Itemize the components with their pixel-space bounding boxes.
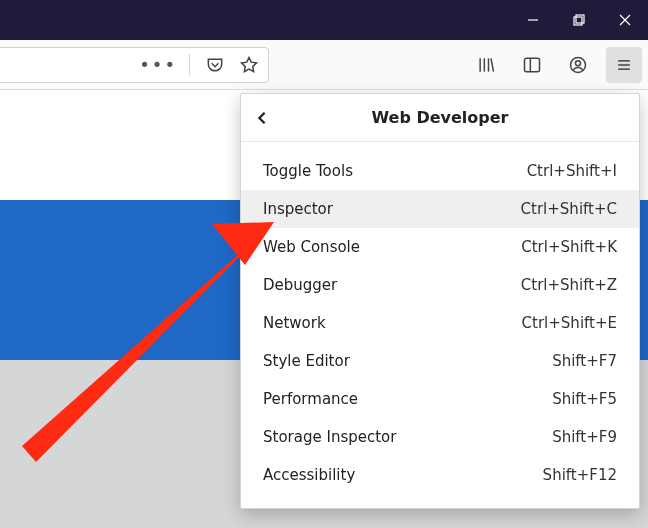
page-actions-icon[interactable]: ••• [139, 56, 177, 74]
menu-item-toggle-tools[interactable]: Toggle ToolsCtrl+Shift+I [241, 152, 639, 190]
menu-item-label: Accessibility [263, 466, 355, 484]
menu-item-shortcut: Ctrl+Shift+E [522, 314, 617, 332]
menu-items-list: Toggle ToolsCtrl+Shift+IInspectorCtrl+Sh… [241, 142, 639, 508]
menu-item-shortcut: Shift+F5 [552, 390, 617, 408]
menu-item-web-console[interactable]: Web ConsoleCtrl+Shift+K [241, 228, 639, 266]
menu-item-label: Style Editor [263, 352, 350, 370]
menu-item-shortcut: Shift+F7 [552, 352, 617, 370]
menu-item-label: Network [263, 314, 326, 332]
separator [189, 54, 190, 76]
menu-item-shortcut: Ctrl+Shift+I [527, 162, 617, 180]
browser-toolbar: ••• [0, 40, 648, 90]
svg-line-8 [491, 58, 494, 71]
minimize-button[interactable] [510, 0, 556, 40]
menu-item-label: Web Console [263, 238, 360, 256]
menu-item-label: Toggle Tools [263, 162, 353, 180]
menu-item-performance[interactable]: PerformanceShift+F5 [241, 380, 639, 418]
pocket-icon[interactable] [204, 54, 226, 76]
menu-item-debugger[interactable]: DebuggerCtrl+Shift+Z [241, 266, 639, 304]
menu-title: Web Developer [283, 108, 597, 127]
maximize-button[interactable] [556, 0, 602, 40]
sidebars-button[interactable] [514, 47, 550, 83]
menu-item-network[interactable]: NetworkCtrl+Shift+E [241, 304, 639, 342]
menu-item-style-editor[interactable]: Style EditorShift+F7 [241, 342, 639, 380]
app-menu-button[interactable] [606, 47, 642, 83]
menu-item-shortcut: Shift+F9 [552, 428, 617, 446]
menu-item-shortcut: Ctrl+Shift+C [521, 200, 617, 218]
menu-item-label: Performance [263, 390, 358, 408]
menu-item-inspector[interactable]: InspectorCtrl+Shift+C [241, 190, 639, 228]
svg-point-12 [576, 61, 581, 66]
library-button[interactable] [468, 47, 504, 83]
menu-item-shortcut: Shift+F12 [543, 466, 617, 484]
menu-item-storage-inspector[interactable]: Storage InspectorShift+F9 [241, 418, 639, 456]
web-developer-menu: Web Developer Toggle ToolsCtrl+Shift+IIn… [240, 93, 640, 509]
menu-item-label: Debugger [263, 276, 337, 294]
svg-rect-2 [576, 15, 584, 23]
menu-header: Web Developer [241, 94, 639, 142]
menu-back-button[interactable] [241, 94, 283, 142]
account-button[interactable] [560, 47, 596, 83]
menu-item-shortcut: Ctrl+Shift+Z [521, 276, 617, 294]
toolbar-right-cluster [468, 40, 642, 90]
url-bar[interactable]: ••• [0, 47, 269, 83]
menu-item-label: Storage Inspector [263, 428, 396, 446]
menu-item-accessibility[interactable]: AccessibilityShift+F12 [241, 456, 639, 494]
close-button[interactable] [602, 0, 648, 40]
hamburger-icon [613, 54, 635, 76]
menu-item-shortcut: Ctrl+Shift+K [521, 238, 617, 256]
window-titlebar [0, 0, 648, 40]
menu-item-label: Inspector [263, 200, 333, 218]
library-icon [475, 54, 497, 76]
account-icon [567, 54, 589, 76]
sidebar-icon [521, 54, 543, 76]
svg-rect-1 [574, 17, 582, 25]
svg-rect-9 [525, 58, 540, 71]
bookmark-star-icon[interactable] [238, 54, 260, 76]
